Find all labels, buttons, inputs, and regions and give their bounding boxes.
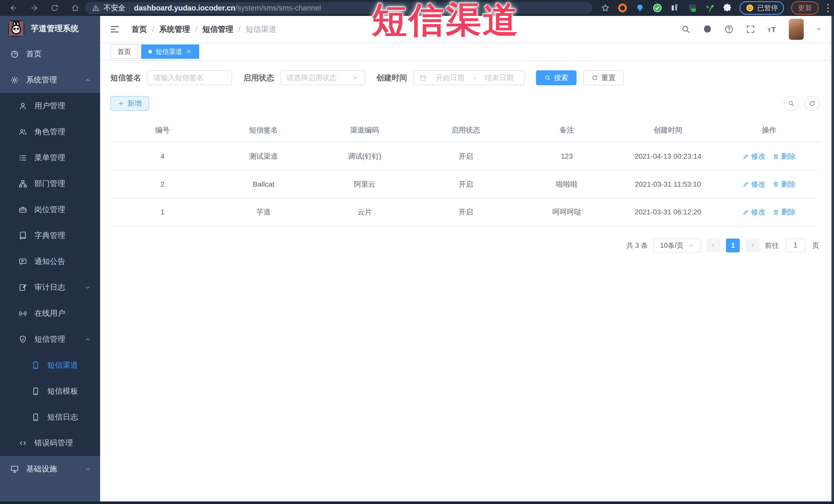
sidebar-item-短信日志[interactable]: 短信日志 bbox=[0, 404, 100, 430]
browser-menu-icon[interactable] bbox=[826, 4, 830, 12]
toggle-search-button[interactable] bbox=[784, 96, 798, 111]
breadcrumb-item-系统管理[interactable]: 系统管理 bbox=[159, 24, 190, 35]
cell-remark: 呵呵呵哒 bbox=[516, 198, 617, 226]
sidebar-item-菜单管理[interactable]: 菜单管理 bbox=[0, 145, 100, 171]
status-select[interactable]: 请选择启用状态 bbox=[280, 70, 365, 85]
font-size-icon[interactable]: TT bbox=[767, 24, 777, 34]
not-secure-warning-icon[interactable] bbox=[92, 4, 100, 12]
update-button[interactable]: 更新 bbox=[791, 1, 819, 15]
sidebar-item-用户管理[interactable]: 用户管理 bbox=[0, 93, 100, 119]
sidebar-item-基础设施[interactable]: 基础设施 bbox=[0, 456, 100, 482]
back-icon[interactable] bbox=[9, 4, 18, 12]
sidebar-item-岗位管理[interactable]: 岗位管理 bbox=[0, 197, 100, 223]
sidebar-item-label: 菜单管理 bbox=[35, 153, 65, 163]
cell-id: 4 bbox=[112, 142, 213, 171]
chevron-down-icon[interactable] bbox=[815, 26, 822, 32]
delete-link[interactable]: 删除 bbox=[773, 152, 795, 161]
paused-pill[interactable]: 已暂停 bbox=[740, 1, 784, 15]
search-icon[interactable] bbox=[681, 24, 691, 34]
create-time-label: 创建时间 bbox=[376, 73, 407, 83]
not-secure-label: 不安全 bbox=[104, 3, 125, 13]
chevron-right-icon bbox=[749, 242, 756, 249]
user-icon bbox=[19, 102, 27, 110]
search-button[interactable]: 搜索 bbox=[536, 70, 576, 85]
delete-link[interactable]: 删除 bbox=[773, 207, 795, 217]
breadcrumb-item-首页[interactable]: 首页 bbox=[131, 24, 147, 35]
forward-icon[interactable] bbox=[30, 4, 39, 12]
sidebar-item-系统管理[interactable]: 系统管理 bbox=[0, 67, 100, 93]
list-icon bbox=[19, 154, 27, 162]
url-text: dashboard.yudao.iocoder.cn/system/sms/sm… bbox=[134, 4, 321, 12]
extension-blue-pin-icon[interactable] bbox=[635, 3, 645, 13]
extension-bars-icon[interactable] bbox=[670, 3, 680, 13]
sidebar-item-角色管理[interactable]: 角色管理 bbox=[0, 119, 100, 145]
breadcrumb-item-短信管理[interactable]: 短信管理 bbox=[202, 24, 233, 35]
column-header-备注: 备注 bbox=[516, 120, 617, 142]
scrollbar[interactable] bbox=[831, 16, 834, 504]
chevron-up-icon bbox=[84, 76, 91, 84]
reset-button[interactable]: 重置 bbox=[583, 70, 624, 85]
help-icon[interactable] bbox=[724, 24, 734, 34]
chevron-down-icon bbox=[84, 284, 91, 291]
next-page-button[interactable] bbox=[745, 239, 759, 253]
tab-label: 短信渠道 bbox=[156, 47, 182, 56]
github-icon[interactable] bbox=[703, 24, 712, 34]
edit-link[interactable]: 修改 bbox=[743, 152, 766, 161]
date-range-picker[interactable]: 开始日期 - 结束日期 bbox=[413, 70, 525, 85]
sidebar-item-在线用户[interactable]: 在线用户 bbox=[0, 300, 100, 326]
navbar-icons: TT bbox=[681, 19, 822, 40]
extension-on-badge-icon[interactable] bbox=[687, 3, 698, 13]
extensions-puzzle-icon[interactable] bbox=[722, 3, 732, 13]
cell-actions: 修改删除 bbox=[719, 198, 820, 226]
edit-link[interactable]: 修改 bbox=[743, 207, 766, 217]
sidebar-item-label: 在线用户 bbox=[35, 308, 65, 319]
close-icon[interactable] bbox=[186, 48, 192, 55]
cell-code: 阿里云 bbox=[314, 171, 415, 198]
extension-sprout-icon[interactable] bbox=[705, 3, 715, 13]
logo-row[interactable]: 芋道管理系统 bbox=[0, 16, 100, 41]
goto-page-input[interactable] bbox=[786, 239, 806, 253]
sidebar-item-短信模板[interactable]: 短信模板 bbox=[0, 378, 100, 404]
dashboard-icon bbox=[10, 50, 19, 59]
sidebar-item-短信管理[interactable]: 短信管理 bbox=[0, 326, 100, 352]
page-size-select[interactable]: 10条/页 bbox=[654, 238, 701, 253]
cell-signature: 芋道 bbox=[213, 198, 314, 226]
column-header-操作: 操作 bbox=[719, 120, 820, 142]
range-separator: - bbox=[473, 74, 476, 82]
extension-green-check-icon[interactable] bbox=[652, 3, 662, 13]
address-divider bbox=[129, 4, 130, 12]
chevron-down-icon bbox=[352, 74, 359, 81]
sidebar-item-部门管理[interactable]: 部门管理 bbox=[0, 171, 100, 197]
fullscreen-icon[interactable] bbox=[746, 24, 755, 34]
add-button[interactable]: 新增 bbox=[110, 96, 149, 111]
refresh-table-button[interactable] bbox=[805, 96, 820, 111]
sidebar-item-短信渠道[interactable]: 短信渠道 bbox=[0, 352, 100, 378]
plus-icon bbox=[117, 100, 124, 107]
signature-input[interactable] bbox=[147, 70, 232, 85]
avatar[interactable] bbox=[789, 19, 804, 40]
column-header-启用状态: 启用状态 bbox=[415, 120, 517, 142]
home-icon[interactable] bbox=[71, 4, 80, 12]
table-toolbar: 新增 bbox=[110, 96, 821, 111]
prev-page-button[interactable] bbox=[706, 239, 720, 253]
sidebar-item-label: 审计日志 bbox=[35, 282, 65, 293]
tab-短信渠道[interactable]: 短信渠道 bbox=[141, 44, 199, 59]
signature-label: 短信签名 bbox=[110, 73, 141, 83]
tab-首页[interactable]: 首页 bbox=[110, 44, 138, 59]
menu-fold-icon[interactable] bbox=[109, 24, 120, 35]
bookmark-star-icon[interactable] bbox=[600, 3, 610, 13]
sidebar-item-label: 短信模板 bbox=[47, 386, 78, 396]
edit-link[interactable]: 修改 bbox=[743, 179, 766, 189]
delete-link[interactable]: 删除 bbox=[773, 179, 795, 189]
sidebar-item-字典管理[interactable]: 字典管理 bbox=[0, 223, 100, 248]
table-row: 2Ballcat阿里云开启啦啦啦2021-03-31 11:53:10修改删除 bbox=[112, 171, 820, 198]
sidebar-item-审计日志[interactable]: 审计日志 bbox=[0, 275, 100, 300]
reload-icon[interactable] bbox=[50, 4, 59, 12]
breadcrumb-separator: / bbox=[195, 25, 197, 34]
sidebar-item-通知公告[interactable]: 通知公告 bbox=[0, 248, 100, 275]
sidebar-item-首页[interactable]: 首页 bbox=[0, 41, 100, 67]
cell-signature: Ballcat bbox=[213, 171, 314, 198]
page-number-active[interactable]: 1 bbox=[726, 239, 740, 253]
extension-orange-ring-icon[interactable] bbox=[617, 3, 628, 13]
sidebar-item-错误码管理[interactable]: 错误码管理 bbox=[0, 430, 100, 456]
